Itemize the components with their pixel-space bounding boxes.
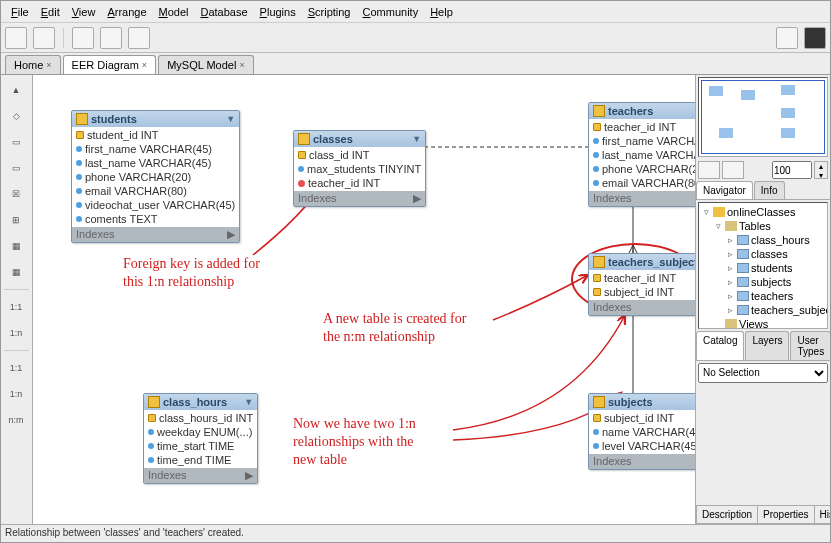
menu-help[interactable]: Help (424, 4, 459, 20)
properties-tab[interactable]: Properties (757, 506, 815, 524)
tool-button[interactable]: ▦ (4, 261, 28, 283)
toolbar-button[interactable] (100, 27, 122, 49)
table-footer[interactable]: Indexes▶ (294, 191, 425, 206)
menu-model[interactable]: Model (153, 4, 195, 20)
table-footer[interactable]: Indexes▶ (589, 454, 695, 469)
tree-table-class_hours[interactable]: ▹class_hours (701, 233, 825, 247)
catalog-tab[interactable]: Catalog (696, 331, 744, 360)
tool-button[interactable]: ▭ (4, 157, 28, 179)
close-icon[interactable]: × (142, 60, 147, 70)
tree-schema[interactable]: ▿onlineClasses (701, 205, 825, 219)
table-class_hours[interactable]: class_hours▼class_hours_id INTweekday EN… (143, 393, 258, 484)
tool-button[interactable]: 1:n (4, 383, 28, 405)
zoom-input[interactable] (772, 161, 812, 179)
zoom-in-icon[interactable] (722, 161, 744, 179)
table-column[interactable]: email VARCHAR(80) (72, 184, 239, 198)
table-column[interactable]: max_students TINYINT (294, 162, 425, 176)
table-column[interactable]: teacher_id INT (294, 176, 425, 190)
tree-table-subjects[interactable]: ▹subjects (701, 275, 825, 289)
table-header[interactable]: teachers_subjects▼ (589, 254, 695, 270)
toolbar-button[interactable] (5, 27, 27, 49)
toolbar-button[interactable] (804, 27, 826, 49)
table-column[interactable]: subject_id INT (589, 285, 695, 299)
tool-button[interactable]: ◇ (4, 105, 28, 127)
toolbar-button[interactable] (72, 27, 94, 49)
layers-tab[interactable]: Layers (745, 331, 789, 360)
tree-folder[interactable]: Views (701, 317, 825, 329)
table-column[interactable]: class_id INT (294, 148, 425, 162)
table-teachers[interactable]: teachers▼teacher_id INTfirst_name VARCHA… (588, 102, 695, 207)
table-column[interactable]: level VARCHAR(45) (589, 439, 695, 453)
info-tab[interactable]: Info (754, 181, 785, 199)
menu-plugins[interactable]: Plugins (254, 4, 302, 20)
tree-table-students[interactable]: ▹students (701, 261, 825, 275)
tool-button[interactable]: n:m (4, 409, 28, 431)
table-column[interactable]: teacher_id INT (589, 120, 695, 134)
tab-home[interactable]: Home× (5, 55, 61, 74)
navigator-minimap[interactable] (698, 77, 828, 157)
table-column[interactable]: last_name VARCHAR(45) (589, 148, 695, 162)
table-column[interactable]: coments TEXT (72, 212, 239, 226)
schema-tree[interactable]: ▿onlineClasses▿Tables▹class_hours▹classe… (698, 202, 828, 329)
selection-dropdown[interactable]: No Selection (698, 363, 828, 383)
table-column[interactable]: videochat_user VARCHAR(45) (72, 198, 239, 212)
tree-table-classes[interactable]: ▹classes (701, 247, 825, 261)
table-column[interactable]: first_name VARCHAR(45) (589, 134, 695, 148)
tool-button[interactable]: ⊞ (4, 209, 28, 231)
toolbar-button[interactable] (128, 27, 150, 49)
table-column[interactable]: email VARCHAR(80) (589, 176, 695, 190)
table-header[interactable]: teachers▼ (589, 103, 695, 119)
menu-community[interactable]: Community (357, 4, 425, 20)
tree-table-teachers[interactable]: ▹teachers (701, 289, 825, 303)
toolbar-button[interactable] (776, 27, 798, 49)
table-column[interactable]: phone VARCHAR(20) (589, 162, 695, 176)
menu-edit[interactable]: Edit (35, 4, 66, 20)
table-column[interactable]: name VARCHAR(45) (589, 425, 695, 439)
diagram-canvas[interactable]: students▼student_id INTfirst_name VARCHA… (33, 75, 695, 524)
table-subjects[interactable]: subjects▼subject_id INTname VARCHAR(45)l… (588, 393, 695, 470)
table-header[interactable]: students▼ (72, 111, 239, 127)
table-column[interactable]: last_name VARCHAR(45) (72, 156, 239, 170)
table-header[interactable]: subjects▼ (589, 394, 695, 410)
table-column[interactable]: time_end TIME (144, 453, 257, 467)
history-tab[interactable]: History (814, 506, 831, 524)
table-footer[interactable]: Indexes▶ (589, 300, 695, 315)
tree-table-teachers_subjects[interactable]: ▹teachers_subjects (701, 303, 825, 317)
tool-button[interactable]: ▲ (4, 79, 28, 101)
table-column[interactable]: phone VARCHAR(20) (72, 170, 239, 184)
zoom-spinner[interactable]: ▴▾ (814, 161, 828, 179)
tab-mysql-model[interactable]: MySQL Model× (158, 55, 254, 74)
tab-eer-diagram[interactable]: EER Diagram× (63, 55, 157, 74)
menu-file[interactable]: File (5, 4, 35, 20)
menu-database[interactable]: Database (194, 4, 253, 20)
table-column[interactable]: first_name VARCHAR(45) (72, 142, 239, 156)
tool-button[interactable]: 1:n (4, 322, 28, 344)
table-column[interactable]: teacher_id INT (589, 271, 695, 285)
tool-button[interactable]: 1:1 (4, 357, 28, 379)
tool-button[interactable]: 1:1 (4, 296, 28, 318)
menu-arrange[interactable]: Arrange (101, 4, 152, 20)
table-header[interactable]: class_hours▼ (144, 394, 257, 410)
table-column[interactable]: subject_id INT (589, 411, 695, 425)
usertypes-tab[interactable]: User Types (790, 331, 831, 360)
table-students[interactable]: students▼student_id INTfirst_name VARCHA… (71, 110, 240, 243)
table-header[interactable]: classes▼ (294, 131, 425, 147)
table-column[interactable]: weekday ENUM(...) (144, 425, 257, 439)
menu-view[interactable]: View (66, 4, 102, 20)
close-icon[interactable]: × (46, 60, 51, 70)
menu-scripting[interactable]: Scripting (302, 4, 357, 20)
description-tab[interactable]: Description (696, 506, 758, 524)
navigator-tab[interactable]: Navigator (696, 181, 753, 199)
tree-tables-folder[interactable]: ▿Tables (701, 219, 825, 233)
table-column[interactable]: time_start TIME (144, 439, 257, 453)
table-column[interactable]: class_hours_id INT (144, 411, 257, 425)
table-teachers_subjects[interactable]: teachers_subjects▼teacher_id INTsubject_… (588, 253, 695, 316)
toolbar-button[interactable] (33, 27, 55, 49)
zoom-out-icon[interactable] (698, 161, 720, 179)
close-icon[interactable]: × (239, 60, 244, 70)
tool-button[interactable]: ▭ (4, 131, 28, 153)
table-classes[interactable]: classes▼class_id INTmax_students TINYINT… (293, 130, 426, 207)
table-footer[interactable]: Indexes▶ (589, 191, 695, 206)
tool-button[interactable]: ☒ (4, 183, 28, 205)
tool-button[interactable]: ▦ (4, 235, 28, 257)
